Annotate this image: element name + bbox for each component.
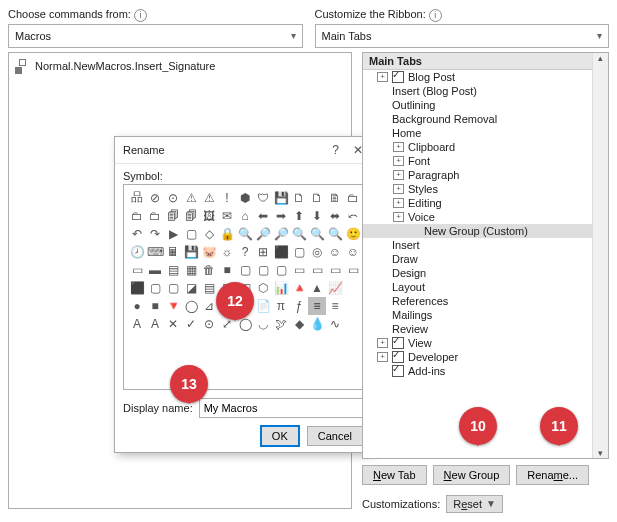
symbol-cell[interactable]: ▲: [308, 279, 326, 297]
macro-item[interactable]: Normal.NewMacros.Insert_Signature: [9, 53, 351, 79]
symbol-cell[interactable]: ⬡: [254, 279, 272, 297]
symbol-cell[interactable]: ⬇: [308, 207, 326, 225]
symbol-cell[interactable]: ⊙: [164, 189, 182, 207]
expand-icon[interactable]: +: [377, 352, 388, 362]
symbol-cell[interactable]: ⚠: [182, 189, 200, 207]
symbol-cell[interactable]: 品: [128, 189, 146, 207]
symbol-cell[interactable]: ◎: [308, 243, 326, 261]
symbol-cell[interactable]: ✕: [164, 315, 182, 333]
symbol-cell[interactable]: 🔍: [326, 225, 344, 243]
symbol-cell[interactable]: ⚠: [200, 189, 218, 207]
symbol-cell[interactable]: 🖩: [164, 243, 182, 261]
symbol-cell[interactable]: ▢: [164, 279, 182, 297]
reset-dropdown[interactable]: Reset▼: [446, 495, 503, 513]
symbol-cell[interactable]: ⊞: [254, 243, 272, 261]
symbol-cell[interactable]: 🔺: [290, 279, 308, 297]
expand-icon[interactable]: +: [393, 198, 404, 208]
symbol-cell[interactable]: [344, 297, 362, 315]
checkbox[interactable]: [392, 365, 404, 377]
symbol-cell[interactable]: ⤢: [218, 315, 236, 333]
symbol-cell[interactable]: 🙂: [344, 225, 362, 243]
expand-icon[interactable]: +: [377, 72, 388, 82]
symbol-cell[interactable]: 🖼: [200, 207, 218, 225]
symbol-cell[interactable]: ▢: [146, 279, 164, 297]
symbol-cell[interactable]: 🗎: [326, 189, 344, 207]
symbol-cell[interactable]: 🔻: [164, 297, 182, 315]
new-tab-button[interactable]: New Tab: [362, 465, 427, 485]
symbol-cell[interactable]: ✉: [218, 207, 236, 225]
symbol-cell[interactable]: ✓: [182, 315, 200, 333]
symbol-cell[interactable]: ⬛: [128, 279, 146, 297]
symbol-cell[interactable]: ▭: [308, 261, 326, 279]
tree-item[interactable]: New Group (Custom): [363, 224, 608, 238]
symbol-cell[interactable]: ◯: [182, 297, 200, 315]
symbol-cell[interactable]: A: [146, 315, 164, 333]
tree-item[interactable]: Insert: [363, 238, 608, 252]
symbol-cell[interactable]: 💾: [272, 189, 290, 207]
symbol-cell[interactable]: ⬢: [236, 189, 254, 207]
symbol-cell[interactable]: ▢: [290, 243, 308, 261]
expand-icon[interactable]: +: [393, 156, 404, 166]
symbol-cell[interactable]: 📈: [326, 279, 344, 297]
symbol-cell[interactable]: ⬅: [254, 207, 272, 225]
info-icon[interactable]: i: [429, 9, 442, 22]
symbol-cell[interactable]: [344, 279, 362, 297]
symbol-cell[interactable]: [344, 315, 362, 333]
tree-item[interactable]: +View: [363, 336, 608, 350]
symbol-cell[interactable]: ▦: [218, 279, 236, 297]
symbol-cell[interactable]: ▢: [272, 261, 290, 279]
symbol-cell[interactable]: ∿: [326, 315, 344, 333]
symbol-cell[interactable]: ▬: [146, 261, 164, 279]
ribbon-tree[interactable]: Main Tabs +Blog PostInsert (Blog Post)Ou…: [362, 52, 609, 459]
symbol-cell[interactable]: ▭: [344, 261, 362, 279]
tree-item[interactable]: +Clipboard: [363, 140, 608, 154]
expand-icon[interactable]: +: [377, 338, 388, 348]
symbol-cell[interactable]: 🔍: [290, 225, 308, 243]
display-name-input[interactable]: [199, 398, 363, 418]
symbol-cell[interactable]: 🗑: [200, 261, 218, 279]
symbol-cell[interactable]: ■: [146, 297, 164, 315]
symbol-cell[interactable]: ■: [218, 261, 236, 279]
symbol-cell[interactable]: ⌂: [236, 207, 254, 225]
customize-ribbon-dropdown[interactable]: Main Tabs ▾: [315, 24, 610, 48]
tree-item[interactable]: +Font: [363, 154, 608, 168]
symbol-cell[interactable]: 🗋: [236, 297, 254, 315]
choose-commands-dropdown[interactable]: Macros ▾: [8, 24, 303, 48]
checkbox[interactable]: [392, 337, 404, 349]
symbol-cell[interactable]: ◪: [182, 279, 200, 297]
cancel-button[interactable]: Cancel: [307, 426, 363, 446]
tree-item[interactable]: +Developer: [363, 350, 608, 364]
tree-item[interactable]: +Blog Post: [363, 70, 608, 84]
symbol-cell[interactable]: ⤺: [344, 207, 362, 225]
symbol-cell[interactable]: ▢: [254, 261, 272, 279]
symbol-cell[interactable]: 🗂: [218, 297, 236, 315]
tree-item[interactable]: +Voice: [363, 210, 608, 224]
symbol-cell[interactable]: ⊿: [200, 297, 218, 315]
tree-item[interactable]: Home: [363, 126, 608, 140]
symbol-cell[interactable]: 🗀: [128, 207, 146, 225]
symbol-cell[interactable]: ▦: [182, 261, 200, 279]
checkbox[interactable]: [392, 351, 404, 363]
expand-icon[interactable]: +: [393, 170, 404, 180]
symbol-cell[interactable]: 🐷: [200, 243, 218, 261]
symbol-cell[interactable]: ▤: [200, 279, 218, 297]
symbol-cell[interactable]: ▤: [164, 261, 182, 279]
symbol-cell[interactable]: ⬌: [326, 207, 344, 225]
new-group-button[interactable]: New Group: [433, 465, 511, 485]
symbol-cell[interactable]: ▢: [236, 261, 254, 279]
checkbox[interactable]: [392, 71, 404, 83]
expand-icon[interactable]: +: [393, 142, 404, 152]
symbol-cell[interactable]: ↶: [128, 225, 146, 243]
scrollbar[interactable]: ▴▾: [592, 53, 608, 458]
symbol-cell[interactable]: 🗀: [344, 189, 362, 207]
symbol-cell[interactable]: 🗋: [290, 189, 308, 207]
symbol-cell[interactable]: 🗐: [164, 207, 182, 225]
symbol-cell[interactable]: !: [218, 189, 236, 207]
symbol-cell[interactable]: π: [272, 297, 290, 315]
symbol-cell[interactable]: ƒ: [290, 297, 308, 315]
symbol-cell[interactable]: 📊: [272, 279, 290, 297]
symbol-cell[interactable]: ◯: [236, 315, 254, 333]
symbol-cell[interactable]: ≡: [308, 297, 326, 315]
symbol-grid[interactable]: 品⊘⊙⚠⚠!⬢🛡💾🗋🗋🗎🗀🗀🗀🗐🗐🖼✉⌂⬅➡⬆⬇⬌⤺↶↷▶▢◇🔒🔍🔎🔎🔍🔍🔍🙂🕗…: [123, 184, 363, 390]
symbol-cell[interactable]: A: [128, 315, 146, 333]
